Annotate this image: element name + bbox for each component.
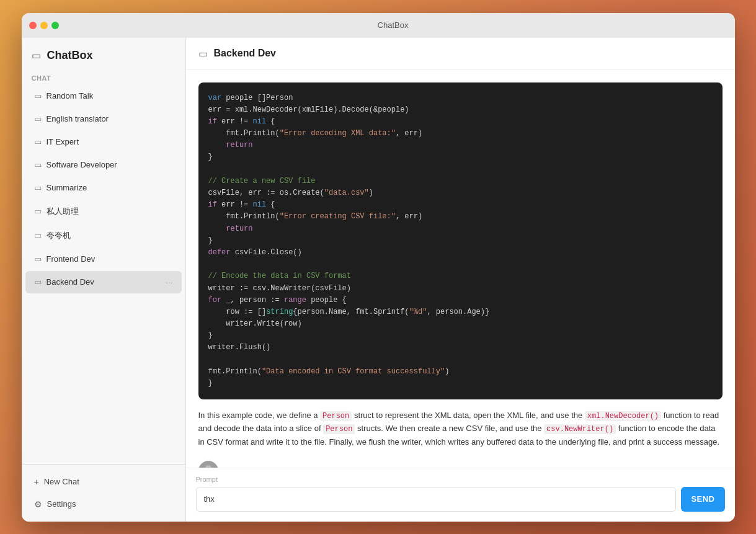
new-chat-label: New Chat	[44, 477, 79, 486]
chat-item-icon: ▭	[34, 91, 42, 100]
chat-item-icon: ▭	[34, 183, 42, 192]
chat-item-icon: ▭	[34, 277, 42, 287]
user-avatar	[198, 461, 218, 467]
chat-item-label: 私人助理	[47, 206, 161, 217]
chat-item-label: 夸夸机	[47, 230, 161, 241]
sidebar-item-praise-machine[interactable]: ▭ 夸夸机 ···	[25, 224, 182, 247]
chat-item-label: Random Talk	[47, 91, 161, 100]
inline-code-person: Person	[320, 411, 352, 421]
sidebar-item-frontend-dev[interactable]: ▭ Frontend Dev ···	[25, 248, 182, 270]
chatbox-icon: ▭	[32, 50, 41, 61]
titlebar: ChatBox	[22, 13, 735, 38]
user-message-header: USER	[198, 461, 723, 467]
chat-header: ▭ Backend Dev	[186, 38, 735, 70]
chat-header-icon: ▭	[198, 48, 208, 60]
traffic-lights	[29, 22, 59, 29]
chat-item-label: English translator	[47, 114, 161, 123]
prompt-input[interactable]	[196, 487, 677, 512]
sidebar-item-backend-dev[interactable]: ▭ Backend Dev ···	[25, 271, 182, 293]
chat-panel: ▭ Backend Dev var people []Person err = …	[186, 38, 735, 522]
code-block: var people []Person err = xml.NewDecoder…	[198, 82, 723, 400]
sidebar-item-personal-assistant[interactable]: ▭ 私人助理 ···	[25, 200, 182, 223]
input-area: Prompt SEND	[186, 468, 735, 522]
chat-item-label: IT Expert	[47, 137, 161, 146]
user-message: USER Good job	[198, 461, 723, 467]
inline-code-csvwriter: csv.NewWriter()	[544, 424, 616, 434]
settings-button[interactable]: ⚙ Settings	[25, 493, 182, 515]
chat-item-icon: ▭	[34, 231, 42, 240]
chat-item-label: Backend Dev	[47, 277, 161, 287]
chat-title: Backend Dev	[214, 48, 277, 59]
close-button[interactable]	[29, 22, 37, 29]
chat-item-icon: ▭	[34, 160, 42, 169]
prompt-label: Prompt	[196, 476, 725, 483]
chat-item-icon: ▭	[34, 137, 42, 146]
chat-messages: var people []Person err = xml.NewDecoder…	[186, 70, 735, 468]
minimize-button[interactable]	[40, 22, 48, 29]
sidebar-item-summarize[interactable]: ▭ Summarize ···	[25, 177, 182, 199]
chat-item-icon: ▭	[34, 207, 42, 216]
prose-paragraph: In this example code, we define a Person…	[198, 409, 723, 448]
sidebar-item-random-talk[interactable]: ▭ Random Talk ···	[25, 85, 182, 107]
inline-code-xmldecoder: xml.NewDecoder()	[585, 411, 661, 421]
new-chat-button[interactable]: + New Chat	[25, 471, 182, 493]
chat-item-label: Software Developer	[47, 160, 161, 169]
app-title: ChatBox	[47, 49, 93, 62]
send-button[interactable]: SEND	[681, 487, 724, 512]
gear-icon: ⚙	[34, 499, 42, 509]
input-row: SEND	[196, 487, 725, 512]
chat-section-label: CHAT	[22, 69, 185, 84]
chat-item-label: Summarize	[47, 183, 161, 192]
sidebar-item-english-translator[interactable]: ▭ English translator ···	[25, 108, 182, 130]
sidebar: ▭ ChatBox CHAT ▭ Random Talk ··· ▭ Engli…	[22, 38, 186, 522]
chat-list: ▭ Random Talk ··· ▭ English translator ·…	[22, 84, 185, 464]
window-title: ChatBox	[59, 20, 727, 30]
chat-item-label: Frontend Dev	[47, 254, 161, 264]
settings-label: Settings	[47, 499, 76, 509]
sidebar-header: ▭ ChatBox	[22, 38, 185, 69]
chat-item-icon: ▭	[34, 114, 42, 123]
inline-code-person2: Person	[323, 424, 355, 434]
sidebar-item-it-expert[interactable]: ▭ IT Expert ···	[25, 131, 182, 153]
maximize-button[interactable]	[51, 22, 59, 29]
sidebar-footer: + New Chat ⚙ Settings	[22, 464, 185, 522]
chat-item-menu-button[interactable]: ···	[166, 277, 173, 287]
sidebar-item-software-developer[interactable]: ▭ Software Developer ···	[25, 154, 182, 176]
chat-item-icon: ▭	[34, 254, 42, 264]
plus-icon: +	[34, 477, 39, 487]
